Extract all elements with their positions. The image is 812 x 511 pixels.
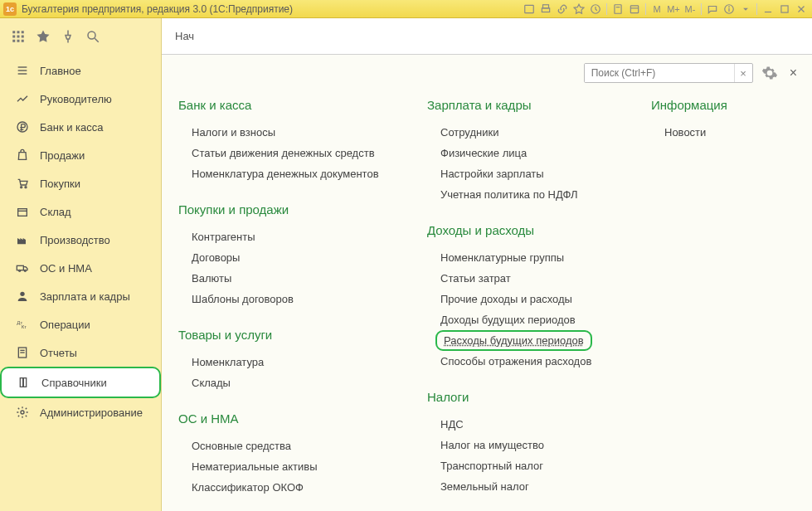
- settings-gear-icon[interactable]: [761, 65, 778, 81]
- maximize-button[interactable]: [777, 2, 792, 16]
- dtkt-icon: ДтКт: [15, 317, 30, 332]
- search-icon[interactable]: [85, 28, 101, 45]
- section-title[interactable]: Банк и касса: [178, 98, 402, 112]
- link-item[interactable]: Физические лица: [427, 143, 626, 163]
- close-button[interactable]: [794, 2, 809, 16]
- link-item[interactable]: Номенклатура денежных документов: [178, 163, 402, 184]
- calendar-icon[interactable]: [627, 2, 642, 16]
- minimize-button[interactable]: [761, 2, 776, 16]
- memory-m-button[interactable]: M: [649, 2, 664, 16]
- box-icon: [15, 204, 30, 219]
- svg-point-36: [24, 270, 26, 271]
- memory-mminus-button[interactable]: M-: [683, 2, 698, 16]
- sidebar-item-label: Отчеты: [40, 347, 77, 359]
- calculator-icon[interactable]: [610, 2, 625, 16]
- sidebar-item-bag[interactable]: Продажи: [0, 141, 161, 169]
- book-icon: [17, 375, 32, 390]
- sidebar-item-person[interactable]: Зарплата и кадры: [0, 282, 161, 310]
- sidebar-item-label: Руководителю: [40, 93, 112, 105]
- svg-rect-6: [630, 5, 638, 12]
- svg-point-45: [21, 411, 24, 414]
- svg-rect-21: [12, 40, 15, 42]
- svg-rect-0: [525, 5, 534, 12]
- link-item[interactable]: Нематериальные активы: [178, 456, 402, 477]
- link-item[interactable]: Налог на имущество: [427, 435, 626, 455]
- ruble-icon: [15, 119, 30, 134]
- sidebar-item-ruble[interactable]: Банк и касса: [0, 113, 161, 141]
- section-title[interactable]: Покупки и продажи: [178, 202, 402, 217]
- search-input[interactable]: [585, 64, 734, 82]
- link-item[interactable]: Валюты: [178, 268, 402, 289]
- link-item[interactable]: Способы отражения расходов: [427, 351, 626, 372]
- message-icon[interactable]: [705, 2, 720, 16]
- link-icon[interactable]: [555, 2, 570, 16]
- column-2: Зарплата и кадрыСотрудникиФизические лиц…: [427, 98, 626, 494]
- link-item[interactable]: Шаблоны договоров: [178, 289, 402, 309]
- section-title[interactable]: Товары и услуги: [178, 328, 402, 342]
- svg-point-10: [729, 6, 730, 7]
- sidebar-item-label: Покупки: [40, 178, 80, 190]
- link-item[interactable]: Расходы будущих периодов: [435, 330, 592, 351]
- memory-mplus-button[interactable]: M+: [666, 2, 681, 16]
- link-item[interactable]: Склады: [178, 372, 402, 393]
- panel-close-button[interactable]: ×: [786, 66, 800, 80]
- apps-grid-icon[interactable]: [10, 28, 27, 45]
- section-title[interactable]: Налоги: [427, 390, 626, 404]
- link-item[interactable]: Статьи движения денежных средств: [178, 143, 402, 163]
- link-item[interactable]: Земельный налог: [427, 476, 626, 497]
- sidebar-item-gear[interactable]: Администрирование: [0, 398, 161, 426]
- chart-icon: [15, 91, 30, 106]
- print-icon[interactable]: [538, 2, 553, 16]
- svg-line-25: [95, 38, 99, 42]
- info-icon[interactable]: [722, 2, 737, 16]
- sidebar-item-cart[interactable]: Покупки: [0, 169, 161, 197]
- dropdown-icon[interactable]: [738, 2, 753, 16]
- link-item[interactable]: Налоги и взносы: [178, 122, 402, 143]
- sidebar-item-report[interactable]: Отчеты: [0, 338, 161, 367]
- section-title[interactable]: Зарплата и кадры: [427, 98, 626, 112]
- sidebar-item-label: Справочники: [41, 377, 107, 389]
- link-item[interactable]: Учетная политика по НДФЛ: [427, 184, 626, 205]
- link-list: Основные средстваНематериальные активыКл…: [178, 436, 402, 498]
- link-item[interactable]: Транспортный налог: [427, 455, 626, 476]
- sidebar-item-home[interactable]: Главное: [0, 56, 161, 85]
- link-item[interactable]: Номенклатура: [178, 352, 402, 372]
- svg-point-37: [20, 292, 24, 296]
- tab-start[interactable]: Нач: [172, 30, 194, 42]
- content-header: Нач: [162, 18, 812, 55]
- link-item[interactable]: НДС: [427, 414, 626, 435]
- sidebar-item-dtkt[interactable]: ДтКтОперации: [0, 310, 161, 338]
- link-item[interactable]: Доходы будущих периодов: [427, 309, 626, 330]
- sidebar-item-book[interactable]: Справочники: [0, 367, 161, 398]
- app-logo-icon: 1c: [3, 2, 17, 16]
- link-item[interactable]: Основные средства: [178, 436, 402, 456]
- svg-rect-1: [543, 4, 549, 7]
- svg-rect-22: [17, 40, 20, 42]
- link-item[interactable]: Настройки зарплаты: [427, 163, 626, 184]
- link-item[interactable]: Новости: [651, 122, 776, 143]
- bag-icon: [15, 148, 30, 163]
- section-title[interactable]: ОС и НМА: [178, 411, 402, 426]
- favorite-icon[interactable]: [571, 2, 586, 16]
- main-area: ГлавноеРуководителюБанк и кассаПродажиПо…: [0, 18, 812, 511]
- history-icon[interactable]: [588, 2, 603, 16]
- search-clear-button[interactable]: ×: [734, 64, 752, 82]
- link-item[interactable]: Прочие доходы и расходы: [427, 289, 626, 309]
- sidebar-item-truck[interactable]: ОС и НМА: [0, 254, 161, 282]
- link-item[interactable]: Сотрудники: [427, 122, 626, 143]
- pin-icon[interactable]: [60, 28, 76, 45]
- link-item[interactable]: Номенклатурные группы: [427, 247, 626, 268]
- svg-point-24: [88, 32, 95, 39]
- sidebar-item-chart[interactable]: Руководителю: [0, 85, 161, 113]
- star-icon[interactable]: [35, 28, 51, 45]
- sidebar-item-box[interactable]: Склад: [0, 197, 161, 226]
- link-item[interactable]: Договоры: [178, 247, 402, 268]
- sidebar-item-factory[interactable]: Производство: [0, 226, 161, 254]
- link-item[interactable]: Контрагенты: [178, 226, 402, 247]
- section-title[interactable]: Информация: [651, 98, 776, 112]
- print-preview-icon[interactable]: [522, 2, 537, 16]
- truck-icon: [15, 260, 30, 275]
- link-item[interactable]: Классификатор ОКОФ: [178, 477, 402, 498]
- section-title[interactable]: Доходы и расходы: [427, 223, 626, 237]
- link-item[interactable]: Статьи затрат: [427, 268, 626, 289]
